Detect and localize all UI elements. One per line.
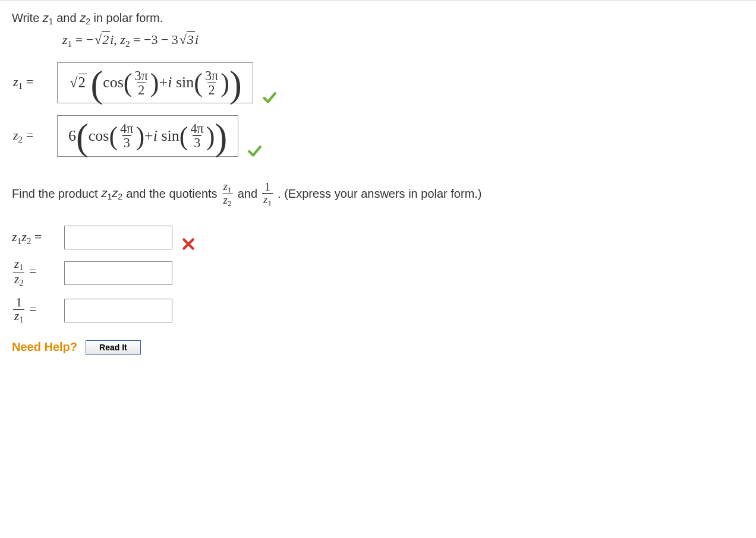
fraction-1-z1: 1 z1 xyxy=(262,181,273,207)
fraction-z1-z2: z1 z2 xyxy=(222,181,233,208)
eq: = xyxy=(72,32,86,47)
den: 2 xyxy=(137,83,146,97)
answer-box-z2[interactable]: 6 ( cos ( 4π 3 ) + i sin ( 4π 3 ) ) xyxy=(57,115,238,156)
prompt-product-quotients: Find the product z1z2 and the quotients … xyxy=(12,181,744,208)
var: z xyxy=(14,309,19,323)
num: 3π xyxy=(204,69,219,83)
num: 1 xyxy=(15,296,23,309)
label-z1-over-z2: z1 z2 = xyxy=(12,258,56,287)
sub: 2 xyxy=(86,17,90,26)
var-z2: z xyxy=(80,11,86,24)
var: z xyxy=(223,194,228,206)
text: in polar form. xyxy=(90,11,163,24)
label-z1: z1 = xyxy=(13,74,49,91)
i: i xyxy=(153,128,158,144)
i: i xyxy=(168,75,172,90)
sqrt-icon: 2 xyxy=(93,32,110,48)
sub: 1 xyxy=(267,198,272,207)
sub: 2 xyxy=(27,236,32,246)
var: z xyxy=(223,180,228,192)
sin: sin xyxy=(162,128,179,144)
sub: 2 xyxy=(228,199,232,208)
var: z xyxy=(112,186,118,200)
answer-input-z1z2[interactable] xyxy=(64,226,172,249)
var: z xyxy=(13,128,18,143)
sub: 2 xyxy=(118,192,122,202)
answer-row-1-over-z1: 1 z1 = xyxy=(12,296,744,325)
text: and the quotients xyxy=(126,187,217,201)
given-equations: z1 = −2i, z2 = −3 − 33i xyxy=(62,32,744,49)
plus: + xyxy=(159,75,168,90)
fraction: 4π 3 xyxy=(190,122,205,150)
neg: − xyxy=(86,32,93,47)
sub: 2 xyxy=(19,279,23,288)
sqrt-icon: 3 xyxy=(178,32,195,48)
text: Find the product xyxy=(12,187,98,201)
num: 3π xyxy=(134,69,149,83)
answer-row-z2: z2 = 6 ( cos ( 4π 3 ) + i sin ( 4π 3 ) ) xyxy=(13,115,744,156)
eq: = xyxy=(29,264,36,279)
num: 1 xyxy=(263,181,272,193)
eq: = xyxy=(23,128,33,143)
var: z xyxy=(13,74,18,89)
var: z xyxy=(21,229,27,244)
text: . (Express your answers in polar form.) xyxy=(278,187,481,201)
answer-row-z1-over-z2: z1 z2 = xyxy=(12,258,744,287)
label-z2: z2 = xyxy=(13,128,49,145)
cos: cos xyxy=(89,128,109,144)
answer-box-z1[interactable]: 2 ( cos ( 3π 2 ) + i sin ( 3π 2 ) ) xyxy=(57,62,253,103)
eq: = xyxy=(29,302,36,317)
den: 3 xyxy=(193,135,201,150)
sub: 1 xyxy=(19,315,23,324)
label-1-over-z1: 1 z1 = xyxy=(12,296,56,325)
radicand: 2 xyxy=(78,74,87,90)
text: and xyxy=(238,187,257,201)
check-icon xyxy=(247,144,262,159)
need-help-section: Need Help? Read It xyxy=(12,340,744,355)
var: z xyxy=(14,257,19,271)
fraction: 3π 2 xyxy=(204,69,219,97)
var: z xyxy=(12,229,17,244)
var: z xyxy=(120,32,125,47)
var: z xyxy=(62,32,68,47)
comma: , xyxy=(114,32,120,47)
prompt-polar-form: Write z1 and z2 in polar form. xyxy=(12,11,744,26)
plus: + xyxy=(144,128,153,144)
fraction: z1 z2 xyxy=(13,258,24,287)
sub: 1 xyxy=(228,185,232,194)
answer-input-1-over-z1[interactable] xyxy=(64,299,172,322)
text: Write xyxy=(12,11,43,24)
label-z1z2: z1z2 = xyxy=(12,229,56,246)
radicand: 2 xyxy=(102,31,110,47)
cos: cos xyxy=(103,75,124,90)
eq: = xyxy=(32,229,42,244)
answer-row-z1: z1 = 2 ( cos ( 3π 2 ) + i sin ( 3π 2 ) ) xyxy=(13,62,744,103)
i: i xyxy=(195,32,199,47)
radicand: 3 xyxy=(187,31,195,47)
fraction: 4π 3 xyxy=(119,122,134,150)
sub: 2 xyxy=(125,39,130,49)
answer-input-z1-over-z2[interactable] xyxy=(64,261,172,285)
text: and xyxy=(53,11,80,24)
cross-icon xyxy=(181,236,196,252)
eq: = xyxy=(130,32,144,47)
sin: sin xyxy=(176,75,194,90)
var-z1: z xyxy=(43,11,49,24)
need-help-label: Need Help? xyxy=(12,340,77,354)
den: 3 xyxy=(122,135,131,150)
read-it-button[interactable]: Read It xyxy=(86,340,141,355)
coef: 6 xyxy=(68,128,76,144)
sqrt-icon: 2 xyxy=(68,75,87,90)
den: 2 xyxy=(207,83,216,97)
var: z xyxy=(14,272,19,286)
num: 4π xyxy=(119,122,134,135)
sub: 1 xyxy=(49,17,53,26)
fraction: 3π 2 xyxy=(134,69,149,97)
fraction: 1 z1 xyxy=(13,296,24,325)
sub: 1 xyxy=(19,263,23,273)
text: −3 − 3 xyxy=(144,32,178,47)
num: 4π xyxy=(190,122,205,135)
answer-row-z1z2: z1z2 = xyxy=(12,226,744,249)
eq: = xyxy=(23,74,33,89)
var: z xyxy=(102,186,108,200)
